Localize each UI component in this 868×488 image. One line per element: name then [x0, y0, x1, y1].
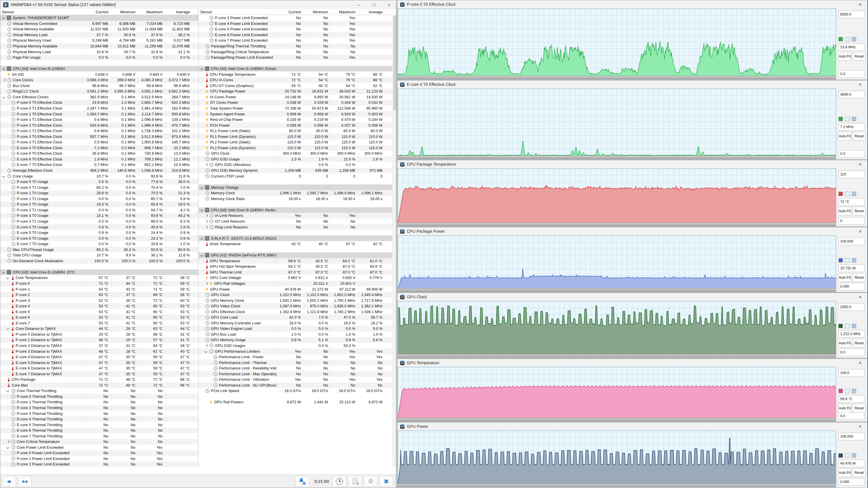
sensor-row[interactable]: P-core 0 Distance to TjMAX29 °C28 °C56 °…	[0, 332, 198, 337]
sensor-group-header[interactable]: Memory Timings	[198, 185, 397, 190]
sensor-group-header[interactable]: CPU [#0]: Intel Core i5-12450H: Perfor..…	[198, 207, 397, 213]
sensor-row[interactable]: GPU Rail Voltages20.311 V20.801 V	[198, 281, 397, 287]
maximize-button[interactable]: □	[367, 0, 382, 9]
column-header-average[interactable]: Average	[165, 10, 193, 14]
sensor-row[interactable]: GPU Thermal Limit87.0 °C87.0 °C87.0 °C87…	[198, 269, 397, 275]
sensor-row[interactable]: P-core 0 T1 Usage65.2 %0.0 %70.4 %7.0 %	[0, 185, 198, 190]
sensor-row[interactable]: P-core 1 Power Limit ExceededNoNoYes	[0, 456, 198, 462]
chevron-down-icon[interactable]	[2, 174, 5, 177]
grid-color-swatch[interactable]	[852, 192, 856, 196]
sensor-row[interactable]: Rest-of-Chip Power0.235 W0.219 W0.470 W0…	[198, 117, 397, 123]
sensor-row[interactable]: Memory Clock Ratio16.00 x16.00 x16.00 x1…	[198, 196, 397, 202]
chevron-down-icon[interactable]	[205, 350, 208, 353]
logging-clock-button[interactable]	[333, 476, 346, 487]
sensor-row[interactable]: GPU D3D Utilizations0.0 %0.0 %	[198, 162, 397, 168]
sensor-row[interactable]: P-core 3 Thermal ThrottlingNoNoNo	[0, 411, 198, 416]
column-header-average[interactable]: Average	[358, 10, 385, 14]
sensor-row[interactable]: E-core 6 T0 Usage0.0 %0.0 %24.2 %0.9 %	[0, 235, 198, 241]
sensor-row[interactable]: P-core 3 T0 Usage15.1 %0.0 %93.6 %44.2 %	[0, 213, 198, 219]
sensor-row[interactable]: GPU Video Clock1,087.0 MHz975.0 MHz1,635…	[198, 303, 397, 309]
sensor-row[interactable]: Physical Memory Used5,248 MB4,794 MB5,28…	[0, 38, 198, 43]
sensor-row[interactable]: GT Limit ReasonsNoNoNo	[198, 219, 397, 224]
scale-max-input[interactable]: 2000.0	[838, 303, 865, 311]
sensor-group-header[interactable]: CPU [#0]: Intel Core i5-12450H	[0, 66, 198, 72]
sensor-row[interactable]: Ring Limit ReasonsNoNoNo	[198, 224, 397, 230]
close-icon[interactable]: ×	[856, 82, 864, 87]
series-color-swatch[interactable]	[838, 324, 843, 328]
reset-button[interactable]: Reset	[852, 468, 865, 477]
sensor-group-header[interactable]: GPU [#1]: NVIDIA GeForce RTX 3060 L...	[198, 252, 397, 258]
scale-max-input[interactable]: 5000.0	[838, 11, 865, 18]
settings-button[interactable]: ⚙	[364, 476, 378, 487]
sensor-row[interactable]: System Agent Power5.906 W5.656 W6.543 W5…	[198, 111, 397, 117]
sensor-row[interactable]: GPU Power40.476 W21.272 W87.112 W59.905 …	[198, 286, 397, 292]
background-color-swatch[interactable]	[845, 453, 849, 458]
sensor-row[interactable]: CPU GT Cores (Graphics)53 °C40 °C54 °C52…	[198, 83, 397, 89]
chevron-down-icon[interactable]	[200, 208, 204, 211]
sensor-row[interactable]: P-core 0 Power Limit ExceededNoNoYes	[0, 450, 198, 456]
sensor-row[interactable]: GPU Video Engine Load0.0 %0.0 %0.0 %0.0 …	[198, 326, 397, 332]
sensor-row[interactable]: E-core 7 Distance to TjMAX47 °C35 °C59 °…	[0, 371, 198, 377]
sensor-row[interactable]: E-core 5 Thermal ThrottlingNoNoNo	[0, 422, 198, 428]
sensor-row[interactable]: Core Critical TemperatureNoNoNo	[0, 439, 198, 445]
grid-color-swatch[interactable]	[852, 258, 856, 262]
sensor-row[interactable]: E-core 753 °C41 °C65 °C53 °C	[0, 320, 198, 326]
sensor-row[interactable]: CPU IA Cores72 °C54 °C79 °C68 °C	[198, 77, 397, 83]
column-header-minimum[interactable]: Minimum	[304, 10, 331, 14]
sensor-row[interactable]: Core Usage10.7 %0.0 %93.6 %11.6 %	[0, 173, 198, 179]
scale-min-input[interactable]: 0.000	[838, 478, 865, 486]
scale-max-input[interactable]: 100.000	[838, 238, 865, 245]
scale-max-input[interactable]: 110	[838, 170, 865, 178]
grid-color-swatch[interactable]	[852, 37, 856, 41]
sensor-row[interactable]: Core Distance to TjMAX44 °C28 °C63 °C44 …	[0, 326, 198, 332]
sensor-row[interactable]: Physical Memory Available10,844 MB10,811…	[0, 43, 198, 49]
series-color-swatch[interactable]	[838, 192, 843, 196]
sensor-row[interactable]: P-core 1 T0 Effective Clock1,093.7 MHz0.…	[0, 111, 198, 117]
sensor-row[interactable]: E-core 4 Thermal ThrottlingNoNoNo	[0, 416, 198, 422]
sensor-row[interactable]: P-core 263 °C37 °C69 °C56 °C	[0, 292, 198, 298]
grid-color-swatch[interactable]	[852, 324, 856, 328]
chevron-down-icon[interactable]	[200, 67, 204, 70]
auto-fit-button[interactable]: Auto Fit	[838, 404, 851, 413]
sensor-row[interactable]: GT Cores Power0.038 W0.029 W0.434 W0.042…	[198, 100, 397, 105]
close-icon[interactable]: ×	[856, 1, 864, 7]
sensor-row[interactable]: E-core 553 °C41 °C65 °C53 °C	[0, 309, 198, 315]
grid-color-swatch[interactable]	[852, 117, 856, 121]
close-button[interactable]: ×	[382, 0, 397, 9]
collapse-columns-button[interactable]: ▶◀	[18, 476, 32, 487]
chevron-right-icon[interactable]	[205, 163, 208, 166]
chevron-right-icon[interactable]	[205, 226, 208, 228]
sensor-row[interactable]: E-core 4 Distance to TjMAX47 °C35 °C59 °…	[0, 354, 198, 360]
sensor-row[interactable]: P-core 2 T0 Usage16.5 %0.0 %65.9 %19.5 %	[0, 201, 198, 207]
reset-button[interactable]: Reset	[852, 132, 865, 140]
sensor-row[interactable]: P-core 1 Thermal ThrottlingNoNoNo	[0, 399, 198, 405]
background-color-swatch[interactable]	[845, 389, 849, 393]
series-color-swatch[interactable]	[838, 117, 843, 121]
sensor-row[interactable]: Performance Limit - Max Operating V...No…	[198, 371, 397, 377]
chevron-down-icon[interactable]	[2, 17, 5, 20]
sensor-row[interactable]: GPU D3D Usage2.3 %1.9 %22.0 %2.6 %	[198, 156, 397, 162]
auto-fit-button[interactable]: Auto Fit	[838, 52, 851, 61]
scale-min-input[interactable]: 0.000	[838, 283, 865, 290]
sensor-row[interactable]: E-core 5 Power Limit ExceededNoNoYes	[198, 26, 397, 32]
close-icon[interactable]: ×	[856, 424, 864, 429]
sensor-row[interactable]: Virtual Memory Committed6,987 MB6,586 MB…	[0, 21, 198, 27]
sensor-row[interactable]: GPU Temperature59.9 °C42.5 °C64.2 °C61.0…	[198, 258, 397, 264]
sensor-row[interactable]: P-core 3 Distance to TjMAX48 °C28 °C61 °…	[0, 348, 198, 354]
sensor-row[interactable]: Total System Power72.198 W50.873 W112.93…	[198, 105, 397, 111]
column-header-minimum[interactable]: Minimum	[111, 10, 138, 14]
sensor-row[interactable]: E-core 5 T0 Effective Clock26.8 MHz0.1 M…	[0, 151, 198, 156]
sensor-row[interactable]: Drive Temperature43 °C40 °C47 °C42 °C	[198, 241, 397, 247]
sensor-row[interactable]: PL2 Power Limit (Dynamic)115.0 W115.0 W1…	[198, 145, 397, 151]
sensor-group-header[interactable]: S.M.A.R.T.: SSSTC CL5-8D512 (002219...	[198, 235, 397, 241]
sensor-row[interactable]: GPU Memory Usage5.8 %5.1 %5.8 %5.8 %	[198, 337, 397, 343]
sensor-row[interactable]: Core Thermal ThrottlingNoNoNo	[0, 388, 198, 394]
sensor-group-header[interactable]: CPU [#0]: Intel Core i5-12450H: DTS	[0, 269, 198, 275]
sensor-row[interactable]: E-core 5 Distance to TjMAX47 °C35 °C59 °…	[0, 360, 198, 365]
sensor-row[interactable]: Max CPU/Thread Usage65.2 %35.3 %93.6 %60…	[0, 247, 198, 252]
chevron-down-icon[interactable]	[2, 95, 5, 98]
chevron-down-icon[interactable]	[2, 67, 5, 70]
graph-titlebar[interactable]: CPU Package Power×	[397, 227, 867, 235]
sensor-group-header[interactable]: System: THUNDEROBOT 911MT	[0, 15, 198, 21]
sensor-row[interactable]: Physical Memory Load32.6 %29.7 %32.8 %31…	[0, 49, 198, 55]
